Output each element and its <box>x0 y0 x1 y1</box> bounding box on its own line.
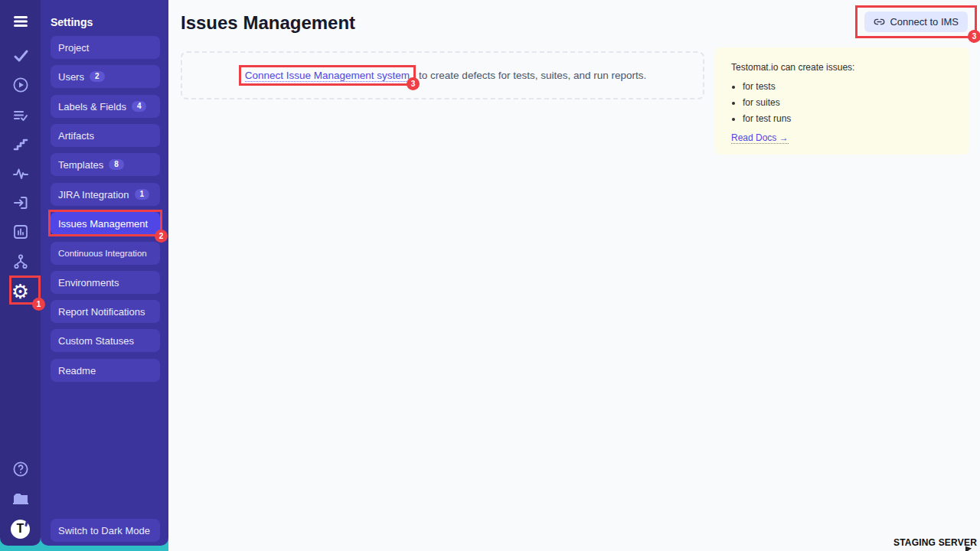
steps-icon[interactable] <box>0 135 41 154</box>
count-badge: 2 <box>90 71 105 82</box>
folder-icon[interactable] <box>0 490 41 508</box>
annotation-step-badge: 2 <box>155 230 168 243</box>
read-docs-link[interactable]: Read Docs → <box>731 132 789 144</box>
sidebar-item-label: Users <box>58 71 84 83</box>
settings-sidebar: Settings Project Users2 Labels & Fields4… <box>41 0 168 546</box>
empty-state-panel: Connect Issue Management system 3 to cre… <box>181 51 704 99</box>
list-item: for tests <box>743 81 952 92</box>
list-item: for suites <box>743 97 952 108</box>
sidebar-item-continuous-integration[interactable]: Continuous Integration <box>51 242 160 265</box>
sidebar-item-labels-fields[interactable]: Labels & Fields4 <box>51 95 160 118</box>
sidebar-item-label: Project <box>58 42 89 54</box>
sidebar-item-environments[interactable]: Environments <box>51 271 160 294</box>
menu-icon[interactable] <box>0 12 41 31</box>
link-icon <box>874 16 885 28</box>
sidebar-item-label: Custom Statuses <box>58 335 134 347</box>
switch-dark-mode-button[interactable]: Switch to Dark Mode <box>51 519 160 542</box>
analytics-icon[interactable] <box>0 223 41 241</box>
empty-state-text: to create defects for tests, suites, and… <box>419 70 646 81</box>
sidebar-item-readme[interactable]: Readme <box>51 359 160 382</box>
sidebar-item-users[interactable]: Users2 <box>51 65 160 88</box>
icon-rail: ⚙ T <box>0 0 41 546</box>
sidebar-item-custom-statuses[interactable]: Custom Statuses <box>51 329 160 352</box>
connect-to-ims-button[interactable]: Connect to IMS <box>864 11 968 32</box>
sidebar-item-label: Templates <box>58 159 103 171</box>
annotation-box-connect-ims: Connect to IMS 3 <box>855 5 977 38</box>
pulse-icon[interactable] <box>0 165 41 183</box>
annotation-step-badge: 3 <box>407 77 420 90</box>
sidebar-item-label: Artifacts <box>58 130 94 142</box>
sidebar-item-label: JIRA Integration <box>58 189 129 201</box>
sidebar-item-issues-management[interactable]: Issues Management <box>51 212 160 235</box>
annotation-step-badge: 1 <box>32 298 45 311</box>
play-circle-icon[interactable] <box>0 76 41 94</box>
import-icon[interactable] <box>0 194 41 212</box>
sidebar-item-jira-integration[interactable]: JIRA Integration1 <box>51 183 160 206</box>
sidebar-item-label: Environments <box>58 277 119 289</box>
sidebar-item-templates[interactable]: Templates8 <box>51 153 160 176</box>
count-badge: 8 <box>109 159 124 170</box>
help-icon[interactable] <box>0 460 41 478</box>
check-icon[interactable] <box>0 47 41 65</box>
sidebar-item-report-notifications[interactable]: Report Notifications <box>51 300 160 323</box>
dark-mode-label: Switch to Dark Mode <box>58 525 150 536</box>
count-badge: 1 <box>135 189 150 200</box>
connect-issue-management-link[interactable]: Connect Issue Management system <box>245 70 410 82</box>
annotation-step-badge: 3 <box>968 30 980 43</box>
sidebar-title: Settings <box>51 16 93 28</box>
sidebar-item-project[interactable]: Project <box>51 36 160 59</box>
sidebar-item-label: Continuous Integration <box>58 249 147 258</box>
sidebar-item-label: Readme <box>58 365 96 377</box>
list-check-icon[interactable] <box>0 106 41 125</box>
count-badge: 4 <box>132 101 147 112</box>
sidebar-item-artifacts[interactable]: Artifacts <box>51 124 160 147</box>
info-panel-list: for tests for suites for test runs <box>743 81 952 124</box>
sidebar-item-label: Report Notifications <box>58 306 145 318</box>
branch-icon[interactable] <box>0 253 41 271</box>
list-item: for test runs <box>743 113 952 124</box>
info-panel-title: Testomat.io can create issues: <box>731 62 952 73</box>
connect-ims-label: Connect to IMS <box>890 16 959 28</box>
sidebar-item-label: Issues Management <box>58 218 148 230</box>
info-panel: Testomat.io can create issues: for tests… <box>714 47 969 155</box>
page-title: Issues Management <box>181 12 355 34</box>
sidebar-item-label: Labels & Fields <box>58 101 126 112</box>
testomatio-logo[interactable]: T <box>0 519 41 539</box>
annotation-box-connect-link: Connect Issue Management system 3 <box>239 65 416 86</box>
